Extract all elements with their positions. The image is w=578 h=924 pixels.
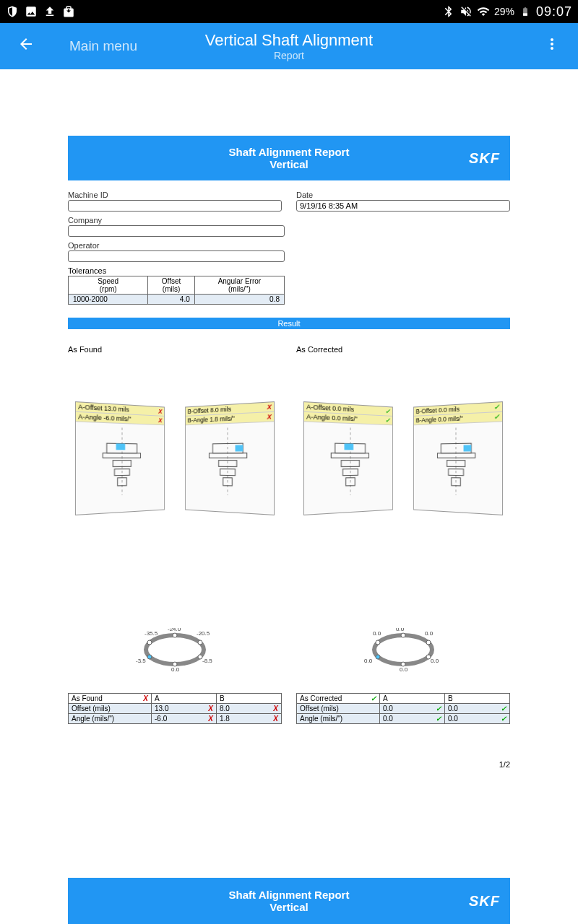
check-icon: ✓ <box>385 417 390 424</box>
tolerances-label: Tolerances <box>68 266 510 275</box>
as-found-label: As Found <box>68 345 282 354</box>
clock: 09:07 <box>536 4 572 19</box>
x-icon: X <box>267 403 272 411</box>
mute-icon <box>460 5 473 18</box>
brand-logo: SKF <box>469 150 500 167</box>
as-corrected-diagram: A-Offset 0.0 mils✓ A-Angle 0.0 mils/"✓ B… <box>296 404 510 621</box>
svg-text:0.0: 0.0 <box>373 630 381 637</box>
svg-point-20 <box>147 640 152 645</box>
svg-point-47 <box>376 640 380 645</box>
svg-point-43 <box>426 640 431 645</box>
as-corrected-table: As Corrected✓ A B Offset (mils) 0.0✓ 0.0… <box>296 693 510 724</box>
battery-percentage: 29% <box>494 6 514 17</box>
status-bar: 29% 09:07 <box>0 0 578 23</box>
check-icon: ✓ <box>436 715 441 723</box>
check-icon: ✓ <box>494 403 500 411</box>
x-icon: X <box>158 408 162 415</box>
shield-icon <box>6 5 19 18</box>
svg-text:-20.5: -20.5 <box>197 630 210 637</box>
battery-icon <box>519 5 532 18</box>
svg-text:0.0: 0.0 <box>400 666 408 671</box>
svg-text:-35.5: -35.5 <box>144 630 158 637</box>
report-page: Shaft Alignment Report Vertical SKF Mach… <box>0 69 578 783</box>
svg-text:0.0: 0.0 <box>425 630 434 637</box>
app-header: Main menu Vertical Shaft Alignment Repor… <box>0 23 578 69</box>
svg-point-14 <box>146 635 204 664</box>
svg-rect-36 <box>464 445 472 451</box>
company-label: Company <box>68 216 510 225</box>
svg-rect-3 <box>103 453 140 458</box>
svg-text:-24.0: -24.0 <box>168 628 181 632</box>
company-value <box>68 225 285 237</box>
footer-title: Shaft Alignment Report <box>229 889 350 901</box>
result-bar: Result <box>68 318 510 329</box>
svg-text:-3.5: -3.5 <box>136 658 146 664</box>
check-icon: ✓ <box>436 705 441 712</box>
operator-value <box>68 250 285 262</box>
report-banner: Shaft Alignment Report Vertical SKF <box>68 136 510 180</box>
svg-rect-29 <box>345 443 354 450</box>
x-icon: X <box>267 413 272 421</box>
x-icon: X <box>158 417 162 424</box>
back-button[interactable] <box>12 30 40 63</box>
check-icon: ✓ <box>494 413 500 421</box>
tolerances-table: Speed(rpm) Offset(mils) Angular Error(mi… <box>68 276 285 305</box>
report-title: Shaft Alignment Report <box>229 146 350 158</box>
svg-rect-9 <box>236 445 243 451</box>
svg-text:0.0: 0.0 <box>431 658 439 664</box>
svg-rect-2 <box>116 443 126 450</box>
image-icon <box>25 5 38 18</box>
as-found-diagram: A-Offset 13.0 milsX A-Angle -6.0 mils/"X… <box>68 404 282 621</box>
check-icon: ✓ <box>501 705 506 712</box>
svg-text:-8.5: -8.5 <box>202 658 212 664</box>
x-icon: X <box>208 705 213 712</box>
date-label: Date <box>296 191 510 199</box>
svg-point-41 <box>374 635 432 664</box>
operator-label: Operator <box>68 241 510 250</box>
check-icon: ✓ <box>371 694 376 702</box>
footer-banner: Shaft Alignment Report Vertical SKF <box>68 878 510 924</box>
x-icon: X <box>143 694 148 702</box>
tol-speed: 1000-2000 <box>69 295 148 305</box>
check-icon: ✓ <box>501 715 506 723</box>
x-icon: X <box>208 715 213 723</box>
tol-offset: 4.0 <box>148 295 194 305</box>
svg-text:0.0: 0.0 <box>364 658 373 664</box>
as-found-table: As FoundX A B Offset (mils) 13.0X 8.0X A… <box>68 693 282 724</box>
svg-point-16 <box>198 640 202 645</box>
svg-point-42 <box>401 633 405 637</box>
x-icon: X <box>273 705 278 712</box>
page-number: 1/2 <box>68 760 510 769</box>
wifi-icon <box>477 5 490 18</box>
bluetooth-icon <box>442 5 455 18</box>
page-title: Vertical Shaft Alignment <box>205 31 373 50</box>
check-icon: ✓ <box>385 408 390 415</box>
upload-icon <box>43 5 56 18</box>
date-value: 9/19/16 8:35 AM <box>296 200 510 212</box>
more-button[interactable] <box>538 30 566 63</box>
brand-logo: SKF <box>469 893 500 910</box>
x-icon: X <box>273 715 278 723</box>
bolt-ring: 0.0 0.0 0.0 0.0 0.0 0.0 <box>360 628 447 671</box>
report-subtitle: Vertical <box>229 158 350 170</box>
machine-id-value <box>68 200 282 212</box>
svg-text:0.0: 0.0 <box>171 666 180 671</box>
main-menu-link[interactable]: Main menu <box>69 38 137 54</box>
machine-id-label: Machine ID <box>68 191 282 199</box>
footer-subtitle: Vertical <box>229 901 350 913</box>
svg-rect-37 <box>437 453 475 458</box>
page-subtitle: Report <box>205 50 373 61</box>
bolt-ring: -35.5 -24.0 -20.5 -8.5 0.0 -3.5 <box>131 628 218 671</box>
svg-point-15 <box>173 633 177 637</box>
svg-point-46 <box>376 655 380 659</box>
as-corrected-label: As Corrected <box>296 345 510 354</box>
tol-angular: 0.8 <box>194 295 284 305</box>
store-icon <box>62 5 75 18</box>
header-title: Vertical Shaft Alignment Report <box>205 31 373 61</box>
svg-point-19 <box>147 655 152 659</box>
svg-text:0.0: 0.0 <box>396 628 405 632</box>
svg-rect-10 <box>209 453 246 458</box>
svg-rect-30 <box>331 453 368 458</box>
